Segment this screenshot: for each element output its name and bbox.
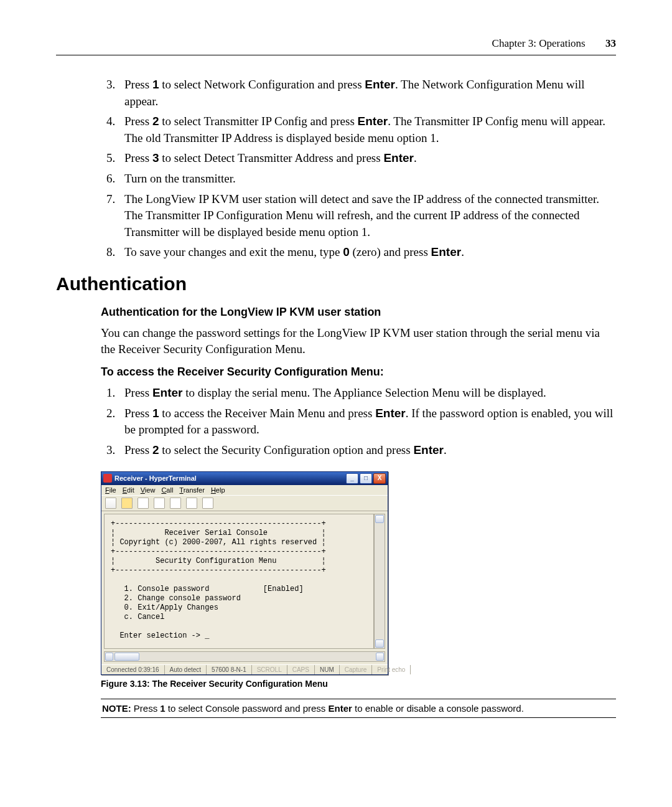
menu-item[interactable]: Edit xyxy=(123,486,134,494)
list-item: Press 1 to access the Receiver Main Menu… xyxy=(118,405,616,438)
status-capture: Capture xyxy=(340,665,373,674)
send-icon[interactable] xyxy=(170,498,181,509)
menu-item[interactable]: Help xyxy=(211,486,225,494)
list-item: Press Enter to display the serial menu. … xyxy=(118,385,616,402)
menu-item[interactable]: Call xyxy=(161,486,173,494)
close-button[interactable]: X xyxy=(373,473,386,484)
status-bar: Connected 0:39:16 Auto detect 57600 8-N-… xyxy=(101,664,388,674)
figure-caption: Figure 3.13: The Receiver Security Confi… xyxy=(101,679,616,689)
list-item: To save your changes and exit the menu, … xyxy=(118,244,616,261)
minimize-button[interactable]: _ xyxy=(346,473,358,484)
open-icon[interactable] xyxy=(121,498,133,509)
note-label: NOTE: xyxy=(102,703,131,714)
properties-icon[interactable] xyxy=(202,498,213,509)
window-titlebar[interactable]: Receiver - HyperTerminal _ □ X xyxy=(101,472,388,485)
terminal-output: +---------------------------------------… xyxy=(104,514,374,649)
menu-bar[interactable]: FileEditViewCallTransferHelp xyxy=(101,485,388,495)
note-text: Press 1 to select Console password and p… xyxy=(131,703,524,714)
app-icon xyxy=(103,474,112,483)
note-box: NOTE: Press 1 to select Console password… xyxy=(101,699,616,718)
status-num: NUM xyxy=(315,665,340,674)
disconnect-icon[interactable] xyxy=(154,498,165,509)
new-icon[interactable] xyxy=(105,498,116,509)
section-heading: Authentication xyxy=(56,273,616,295)
status-caps: CAPS xyxy=(287,665,315,674)
list-item: Turn on the transmitter. xyxy=(118,171,616,187)
maximize-button[interactable]: □ xyxy=(360,473,372,484)
page-number: 33 xyxy=(605,37,616,49)
body-paragraph: You can change the password settings for… xyxy=(101,325,616,357)
hyperterminal-window: Receiver - HyperTerminal _ □ X FileEditV… xyxy=(101,471,388,675)
status-printecho: Print echo xyxy=(372,665,411,674)
list-item: Press 3 to select Detect Transmitter Add… xyxy=(118,150,616,167)
list-item: Press 2 to select Transmitter IP Config … xyxy=(118,113,616,146)
ordered-steps-second: Press Enter to display the serial menu. … xyxy=(56,385,616,458)
list-item: The LongView IP KVM user station will de… xyxy=(118,191,616,241)
ordered-steps-first: Press 1 to select Network Configuration … xyxy=(56,77,616,261)
list-item: Press 1 to select Network Configuration … xyxy=(118,77,616,110)
menu-item[interactable]: File xyxy=(105,486,116,494)
status-baud: 57600 8-N-1 xyxy=(207,665,252,674)
vertical-scrollbar[interactable] xyxy=(374,514,385,649)
procedure-heading: To access the Receiver Security Configur… xyxy=(101,366,616,379)
page-header: Chapter 3: Operations 33 xyxy=(56,37,616,55)
subsection-heading: Authentication for the LongView IP KVM u… xyxy=(101,306,616,319)
status-scroll: SCROLL xyxy=(252,665,287,674)
connect-icon[interactable] xyxy=(138,498,149,509)
menu-item[interactable]: Transfer xyxy=(179,486,205,494)
window-title: Receiver - HyperTerminal xyxy=(114,474,346,482)
status-connected: Connected 0:39:16 xyxy=(101,665,165,674)
menu-item[interactable]: View xyxy=(141,486,156,494)
receive-icon[interactable] xyxy=(186,498,197,509)
chapter-label: Chapter 3: Operations xyxy=(492,37,586,49)
toolbar[interactable] xyxy=(101,495,388,511)
horizontal-scrollbar[interactable] xyxy=(104,651,385,662)
status-autodetect: Auto detect xyxy=(165,665,207,674)
list-item: Press 2 to select the Security Configura… xyxy=(118,442,616,459)
